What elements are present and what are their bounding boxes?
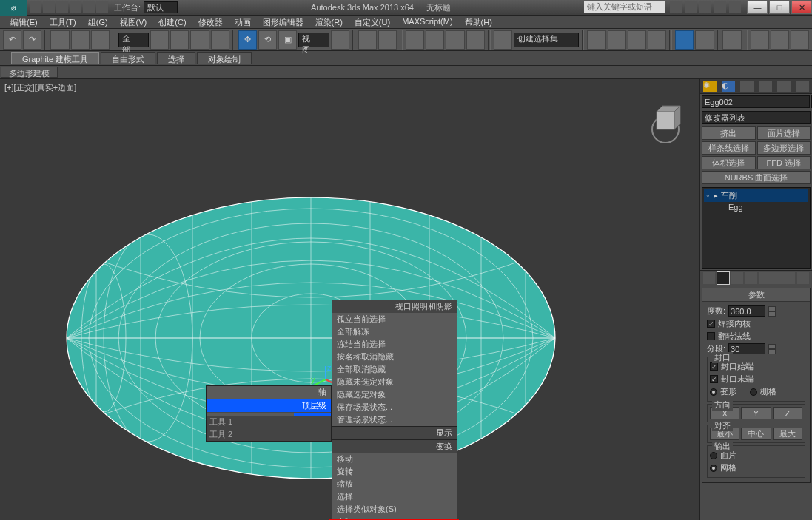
cap-start-checkbox[interactable]: ✓: [710, 362, 718, 371]
search-input[interactable]: 键入关键字或短语: [584, 1, 665, 13]
curve-editor-button[interactable]: [675, 30, 694, 50]
show-end-result-icon[interactable]: [717, 272, 729, 284]
spin-up-icon[interactable]: [768, 306, 776, 311]
rollout-header[interactable]: 参数: [702, 288, 810, 302]
utilities-tab-icon[interactable]: [796, 81, 809, 92]
percent-snap-button[interactable]: [446, 30, 464, 50]
select-region-button[interactable]: [190, 30, 209, 50]
dir-z-button[interactable]: Z: [773, 407, 802, 419]
named-selection-set[interactable]: 创建选择集: [514, 33, 579, 47]
tab-selection[interactable]: 选择: [157, 52, 195, 64]
create-tab-icon[interactable]: ✺: [703, 81, 717, 92]
btn-poly-select[interactable]: 多边形选择: [757, 141, 811, 155]
app-logo[interactable]: ⌀: [0, 0, 27, 16]
undo-button[interactable]: ↶: [3, 30, 21, 50]
ctx-unhide-all[interactable]: 全部取消隐藏: [332, 363, 457, 376]
viewcube[interactable]: [643, 100, 688, 144]
qat-undo-icon[interactable]: [70, 1, 81, 13]
weld-core-checkbox[interactable]: ✓: [707, 320, 715, 328]
menu-edit[interactable]: 编辑(E): [4, 16, 44, 28]
rotate-button[interactable]: ⟲: [258, 30, 277, 50]
quad-top-level[interactable]: 顶层级: [207, 399, 331, 413]
object-name-input[interactable]: [702, 95, 810, 108]
menu-help[interactable]: 帮助(H): [459, 16, 498, 28]
menu-create[interactable]: 创建(C): [152, 16, 192, 28]
ctx-isolate[interactable]: 孤立当前选择: [332, 313, 457, 325]
select-name-button[interactable]: [170, 30, 189, 50]
close-button[interactable]: ✕: [791, 1, 812, 14]
spin-down-icon[interactable]: [768, 349, 776, 354]
window-crossing-button[interactable]: [211, 30, 229, 50]
modify-tab-icon[interactable]: ◐: [722, 81, 735, 92]
menu-modifiers[interactable]: 修改器: [192, 16, 229, 28]
selection-filter[interactable]: 全部: [118, 33, 149, 47]
menu-grapheditors[interactable]: 图形编辑器: [257, 16, 309, 28]
ctx-freeze-sel[interactable]: 冻结当前选择: [332, 338, 457, 351]
manipulate-button[interactable]: [358, 30, 377, 50]
menu-group[interactable]: 组(G): [82, 16, 114, 28]
spin-down-icon[interactable]: [768, 311, 776, 317]
scale-button[interactable]: ▣: [278, 30, 297, 50]
layers-button[interactable]: [628, 30, 646, 50]
menu-animation[interactable]: 动画: [229, 16, 257, 28]
motion-tab-icon[interactable]: [759, 81, 772, 92]
ctx-save-state[interactable]: 保存场景状态...: [332, 401, 457, 413]
btn-ffd-select[interactable]: FFD 选择: [757, 156, 811, 169]
align-max-button[interactable]: 最大: [773, 428, 802, 440]
menu-maxscript[interactable]: MAXScript(M): [396, 16, 458, 28]
btn-spline-select[interactable]: 样条线选择: [702, 141, 756, 155]
schematic-view-button[interactable]: [695, 30, 714, 50]
viewport-label[interactable]: [+][正交][真实+边面]: [4, 82, 76, 93]
tab-objectpaint[interactable]: 对象绘制: [197, 52, 252, 64]
render-setup-button[interactable]: [751, 30, 769, 50]
favorites-icon[interactable]: [714, 1, 726, 13]
hierarchy-tab-icon[interactable]: [740, 81, 754, 92]
btn-extrude[interactable]: 挤出: [702, 126, 756, 140]
ctx-select[interactable]: 选择: [332, 490, 457, 503]
workspace-select[interactable]: 默认: [144, 1, 178, 13]
maximize-button[interactable]: □: [769, 1, 790, 14]
link-button[interactable]: [50, 30, 69, 50]
ribbon-toggle-button[interactable]: [648, 30, 666, 50]
named-selection-edit-button[interactable]: [494, 30, 512, 50]
ctx-select-similar[interactable]: 选择类似对象(S): [332, 503, 457, 516]
ctx-move[interactable]: 移动: [332, 453, 457, 465]
select-button[interactable]: [150, 30, 169, 50]
configure-sets-icon[interactable]: [797, 272, 809, 284]
ctx-hdr-lighting[interactable]: 视口照明和阴影: [332, 300, 457, 313]
redo-button[interactable]: ↷: [23, 30, 41, 50]
ctx-manage-state[interactable]: 管理场景状态...: [332, 413, 457, 426]
help-icon[interactable]: [729, 1, 741, 13]
ctx-hide-sel[interactable]: 隐藏选定对象: [332, 388, 457, 401]
ctx-unhide-name[interactable]: 按名称取消隐藏: [332, 351, 457, 363]
display-tab-icon[interactable]: [777, 81, 791, 92]
segments-spinner[interactable]: [728, 343, 765, 354]
qat-save-icon[interactable]: [56, 1, 68, 13]
bind-button[interactable]: [91, 30, 110, 50]
egg-object[interactable]: [59, 183, 563, 493]
menu-rendering[interactable]: 渲染(R): [309, 16, 349, 28]
refcoord-select[interactable]: 视图: [298, 33, 329, 47]
cap-end-checkbox[interactable]: ✓: [710, 375, 718, 383]
align-button[interactable]: [608, 30, 626, 50]
cap-grid-radio[interactable]: [750, 388, 757, 396]
spinner-snap-button[interactable]: [466, 30, 485, 50]
flip-normals-checkbox[interactable]: [707, 332, 715, 340]
remove-modifier-icon[interactable]: [745, 272, 757, 284]
stack-lathe[interactable]: ♀▸车削: [704, 189, 808, 202]
menu-views[interactable]: 视图(V): [114, 16, 153, 28]
qat-open-icon[interactable]: [43, 1, 55, 13]
material-editor-button[interactable]: [722, 30, 741, 50]
output-mesh-radio[interactable]: [710, 465, 717, 472]
mirror-button[interactable]: [587, 30, 605, 50]
unlink-button[interactable]: [71, 30, 90, 50]
modifier-list-dropdown[interactable]: 修改器列表: [702, 111, 811, 124]
render-button[interactable]: [791, 30, 809, 50]
rendered-frame-button[interactable]: [771, 30, 789, 50]
quad-axis[interactable]: 轴: [207, 386, 331, 399]
ctx-unfreeze-all[interactable]: 全部解冻: [332, 325, 457, 338]
modifier-stack[interactable]: ♀▸车削 Egg: [702, 187, 811, 269]
pivot-button[interactable]: [331, 30, 349, 50]
qat-new-icon[interactable]: [30, 1, 41, 13]
pin-stack-icon[interactable]: [703, 272, 715, 284]
